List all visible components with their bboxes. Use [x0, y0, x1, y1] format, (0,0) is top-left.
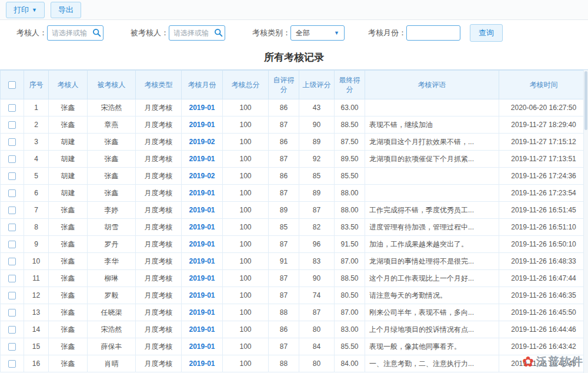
- records-table-wrap: 序号考核人被考核人考核类型考核月份考核总分自评得分上级评分最终得分考核评语考核时…: [0, 69, 588, 372]
- cell-time: 2019-11-26 16:44:46: [499, 321, 588, 338]
- month-link[interactable]: 2019-01: [189, 308, 215, 317]
- cell-time: 2019-11-26 16:47:44: [499, 270, 588, 287]
- month-link[interactable]: 2019-01: [189, 342, 215, 351]
- page-title: 所有考核记录: [0, 46, 588, 69]
- row-select-cell: [1, 202, 24, 219]
- cell-comment: 龙湖项目的事情处理得不是很完...: [365, 253, 499, 270]
- month-link[interactable]: 2019-01: [189, 104, 215, 112]
- cell-assessor: 张鑫: [49, 304, 88, 321]
- cell-assessee: 李婷: [88, 202, 136, 219]
- row-checkbox[interactable]: [8, 343, 16, 351]
- assessee-search-box: [169, 25, 225, 41]
- cell-self_score: 86: [269, 321, 299, 338]
- column-header-time: 考核时间: [499, 71, 588, 99]
- cell-total: 100: [223, 185, 269, 202]
- month-link[interactable]: 2019-01: [189, 359, 215, 368]
- cell-comment: 加油，工作成果越来越突出了。: [365, 236, 499, 253]
- row-select-cell: [1, 253, 24, 270]
- search-icon[interactable]: [92, 28, 101, 37]
- cell-type: 月度考核: [136, 219, 182, 236]
- row-checkbox[interactable]: [8, 224, 16, 231]
- cell-type: 月度考核: [136, 355, 182, 372]
- cell-assessee: 张鑫: [88, 134, 136, 151]
- cell-assessor: 张鑫: [49, 270, 88, 287]
- cell-comment: 龙湖项目的款项催促下个月抓紧...: [365, 151, 499, 168]
- row-select-cell: [1, 134, 24, 151]
- cell-time: 2019-11-26 16:46:35: [499, 287, 588, 304]
- cell-final_score: 88.00: [335, 185, 365, 202]
- month-link[interactable]: 2019-01: [189, 274, 215, 282]
- cell-total: 100: [223, 116, 269, 134]
- cell-comment: 工作完成得不错，季度优秀员工...: [365, 202, 499, 219]
- month-link[interactable]: 2019-01: [189, 206, 215, 214]
- cell-self_score: 89: [269, 202, 299, 219]
- row-checkbox[interactable]: [8, 189, 16, 197]
- cell-type: 月度考核: [136, 287, 182, 304]
- row-checkbox[interactable]: [8, 326, 16, 334]
- search-icon[interactable]: [214, 28, 223, 37]
- cell-comment: 刚来公司半年，表现不错，多向...: [365, 304, 499, 321]
- row-checkbox[interactable]: [8, 138, 16, 146]
- row-checkbox[interactable]: [8, 360, 16, 368]
- cell-seq: 4: [24, 151, 49, 168]
- month-link[interactable]: 2019-01: [189, 155, 215, 163]
- row-checkbox[interactable]: [8, 155, 16, 163]
- cell-assessor: 张鑫: [49, 321, 88, 338]
- month-link[interactable]: 2019-01: [189, 189, 215, 197]
- cell-assessor: 胡建: [49, 168, 88, 185]
- table-row: 10张鑫李华月度考核2019-01100918387.00龙湖项目的事情处理得不…: [1, 253, 588, 270]
- print-button-label: 打印: [14, 5, 29, 15]
- cell-seq: 11: [24, 270, 49, 287]
- month-link[interactable]: 2019-01: [189, 223, 215, 231]
- cell-total: 100: [223, 338, 269, 355]
- cell-month: 2019-01: [182, 338, 223, 355]
- cell-month: 2019-01: [182, 253, 223, 270]
- row-select-cell: [1, 270, 24, 287]
- cell-time: 2019-11-26 17:23:54: [499, 185, 588, 202]
- table-row: 2张鑫章燕月度考核2019-01100879088.50表现不错，继续加油201…: [1, 116, 588, 134]
- category-select[interactable]: 全部 ▼: [290, 25, 345, 41]
- row-checkbox[interactable]: [8, 207, 16, 214]
- cell-self_score: 88: [269, 304, 299, 321]
- select-all-checkbox[interactable]: [8, 81, 16, 89]
- month-input[interactable]: [406, 25, 460, 41]
- row-checkbox[interactable]: [8, 172, 16, 180]
- export-button[interactable]: 导出: [51, 2, 81, 18]
- row-select-cell: [1, 168, 24, 185]
- vertical-scrollbar[interactable]: [583, 70, 588, 373]
- scrollbar-thumb[interactable]: [584, 71, 587, 130]
- month-link[interactable]: 2019-02: [189, 138, 215, 146]
- category-label: 考核类别：: [252, 28, 290, 38]
- cell-assessee: 任晓渠: [88, 304, 136, 321]
- cell-assessor: 胡建: [49, 134, 88, 151]
- month-link[interactable]: 2019-01: [189, 257, 215, 265]
- cell-total: 100: [223, 321, 269, 338]
- column-header-self_score: 自评得分: [269, 71, 299, 99]
- cell-month: 2019-02: [182, 168, 223, 185]
- row-checkbox[interactable]: [8, 292, 16, 299]
- cell-seq: 6: [24, 185, 49, 202]
- print-button[interactable]: 打印 ▼: [6, 2, 45, 18]
- row-checkbox[interactable]: [8, 275, 16, 282]
- cell-self_score: 87: [269, 338, 299, 355]
- cell-superior_score: 89: [299, 134, 335, 151]
- cell-comment: 表现不错，继续加油: [365, 116, 499, 134]
- cell-time: 2019-11-26 16:50:10: [499, 236, 588, 253]
- cell-time: 2019-11-27 17:13:51: [499, 151, 588, 168]
- table-header: 序号考核人被考核人考核类型考核月份考核总分自评得分上级评分最终得分考核评语考核时…: [1, 71, 588, 99]
- cell-final_score: 85.50: [335, 338, 365, 355]
- month-link[interactable]: 2019-01: [189, 240, 215, 248]
- month-link[interactable]: 2019-01: [189, 325, 215, 334]
- month-link[interactable]: 2019-01: [189, 121, 215, 129]
- month-link[interactable]: 2019-02: [189, 172, 215, 180]
- cell-final_score: 83.00: [335, 321, 365, 338]
- month-link[interactable]: 2019-01: [189, 291, 215, 299]
- row-checkbox[interactable]: [8, 241, 16, 248]
- row-checkbox[interactable]: [8, 309, 16, 317]
- cell-time: 2020-06-20 16:27:50: [499, 99, 588, 116]
- row-checkbox[interactable]: [8, 121, 16, 129]
- query-button[interactable]: 查询: [470, 24, 503, 42]
- column-header-assessee: 被考核人: [88, 71, 136, 99]
- row-checkbox[interactable]: [8, 258, 16, 265]
- row-checkbox[interactable]: [8, 104, 16, 112]
